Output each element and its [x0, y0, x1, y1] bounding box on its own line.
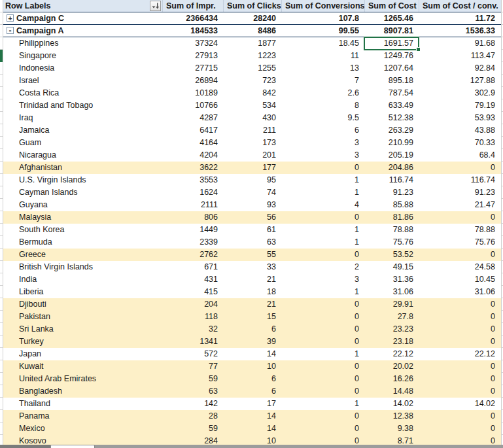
value-cell[interactable]: 11.72 — [419, 12, 501, 24]
value-cell[interactable]: 78.88 — [419, 224, 501, 236]
collapse-icon[interactable]: - — [7, 27, 14, 34]
value-cell[interactable]: 201 — [224, 149, 282, 162]
row-label-cell[interactable]: Sri Lanka — [3, 323, 163, 336]
value-cell[interactable]: 302.9 — [419, 87, 501, 99]
value-cell[interactable]: 8907.81 — [365, 25, 419, 37]
value-cell[interactable]: 0 — [419, 385, 501, 398]
value-cell[interactable]: 1624 — [163, 186, 224, 199]
value-cell[interactable]: 1 — [282, 236, 365, 249]
row-label-cell[interactable]: -Campaign A — [3, 25, 163, 37]
value-cell[interactable]: 29.91 — [365, 298, 419, 311]
value-cell[interactable]: 671 — [163, 261, 224, 273]
value-cell[interactable]: 1 — [282, 398, 365, 410]
row-label-cell[interactable]: Indonesia — [3, 62, 163, 75]
value-cell[interactable]: 3 — [282, 149, 365, 162]
row-label-cell[interactable]: Malaysia — [3, 211, 163, 224]
value-cell[interactable]: 184533 — [163, 25, 224, 37]
value-cell[interactable]: 26894 — [163, 75, 224, 87]
row-label-cell[interactable]: Afghanistan — [3, 162, 163, 174]
value-cell[interactable]: 173 — [224, 137, 282, 149]
value-cell[interactable]: 6 — [224, 323, 282, 336]
value-cell[interactable]: 11 — [282, 50, 365, 62]
value-cell[interactable]: 14 — [224, 348, 282, 360]
row-label-cell[interactable]: Jamaica — [3, 124, 163, 137]
value-cell[interactable]: 18 — [224, 286, 282, 298]
value-cell[interactable]: 430 — [224, 112, 282, 124]
value-cell[interactable]: 6 — [224, 385, 282, 398]
value-cell[interactable]: 0 — [282, 410, 365, 422]
value-cell[interactable]: 0 — [282, 422, 365, 435]
value-cell[interactable]: 0 — [282, 162, 365, 174]
value-cell[interactable]: 512.38 — [365, 112, 419, 124]
value-cell[interactable]: 2366434 — [163, 12, 224, 24]
value-cell[interactable]: 4 — [282, 199, 365, 211]
value-cell[interactable]: 22.12 — [419, 348, 501, 360]
value-cell[interactable]: 116.74 — [365, 174, 419, 186]
value-cell[interactable]: 1255 — [224, 62, 282, 75]
value-cell[interactable]: 32 — [163, 323, 224, 336]
value-cell[interactable]: 99.55 — [282, 25, 365, 37]
value-cell[interactable]: 534 — [224, 99, 282, 112]
value-cell[interactable]: 10 — [224, 360, 282, 373]
row-labels-header-cell[interactable]: Row Labels — [3, 0, 163, 12]
value-cell[interactable]: 15 — [224, 311, 282, 323]
value-cell[interactable]: 12.38 — [365, 410, 419, 422]
value-cell[interactable]: 10189 — [163, 87, 224, 99]
value-cell[interactable]: 633.49 — [365, 99, 419, 112]
value-cell[interactable]: 33 — [224, 261, 282, 273]
value-cell[interactable]: 78.88 — [365, 224, 419, 236]
value-cell[interactable]: 14.02 — [419, 398, 501, 410]
value-cell[interactable]: 4287 — [163, 112, 224, 124]
value-cell[interactable]: 14.48 — [365, 385, 419, 398]
row-label-cell[interactable]: British Virgin Islands — [3, 261, 163, 273]
value-cell[interactable]: 9.38 — [365, 422, 419, 435]
value-cell[interactable]: 0 — [419, 249, 501, 261]
value-cell[interactable]: 0 — [419, 211, 501, 224]
value-cell[interactable]: 1207.64 — [365, 62, 419, 75]
value-cell[interactable]: 7 — [282, 75, 365, 87]
value-cell[interactable]: 92.84 — [419, 62, 501, 75]
value-cell[interactable]: 14 — [224, 410, 282, 422]
value-cell[interactable]: 55 — [224, 249, 282, 261]
value-cell[interactable]: 0 — [419, 323, 501, 336]
value-cell[interactable]: 63 — [163, 385, 224, 398]
value-cell[interactable]: 787.54 — [365, 87, 419, 99]
row-label-cell[interactable]: Greece — [3, 249, 163, 261]
column-header[interactable]: Sum of Cost / conv. — [419, 0, 501, 12]
value-cell[interactable]: 53.93 — [419, 112, 501, 124]
value-cell[interactable]: 204.86 — [365, 162, 419, 174]
row-label-cell[interactable]: Kuwait — [3, 360, 163, 373]
row-label-cell[interactable]: Bermuda — [3, 236, 163, 249]
value-cell[interactable]: 28240 — [224, 12, 282, 24]
value-cell[interactable]: 6417 — [163, 124, 224, 137]
value-cell[interactable]: 56 — [224, 211, 282, 224]
row-label-cell[interactable]: Thailand — [3, 398, 163, 410]
value-cell[interactable]: 70.33 — [419, 137, 501, 149]
row-label-cell[interactable]: Liberia — [3, 286, 163, 298]
value-cell[interactable]: 10.45 — [419, 273, 501, 286]
value-cell[interactable]: 2.6 — [282, 87, 365, 99]
value-cell[interactable]: 0 — [419, 373, 501, 385]
row-label-cell[interactable]: Mexico — [3, 422, 163, 435]
value-cell[interactable]: 8 — [282, 99, 365, 112]
value-cell[interactable]: 806 — [163, 211, 224, 224]
value-cell[interactable]: 21 — [224, 273, 282, 286]
value-cell[interactable]: 1536.33 — [419, 25, 501, 37]
value-cell[interactable]: 1223 — [224, 50, 282, 62]
row-label-cell[interactable]: United Arab Emirates — [3, 373, 163, 385]
value-cell[interactable]: 1 — [282, 186, 365, 199]
value-cell[interactable]: 415 — [163, 286, 224, 298]
value-cell[interactable]: 431 — [163, 273, 224, 286]
value-cell[interactable]: 43.88 — [419, 124, 501, 137]
value-cell[interactable]: 27715 — [163, 62, 224, 75]
value-cell[interactable]: 49.15 — [365, 261, 419, 273]
value-cell[interactable]: 0 — [419, 162, 501, 174]
value-cell[interactable]: 118 — [163, 311, 224, 323]
value-cell[interactable]: 39 — [224, 336, 282, 348]
value-cell[interactable]: 6 — [224, 373, 282, 385]
value-cell[interactable]: 17 — [224, 398, 282, 410]
value-cell[interactable]: 0 — [419, 311, 501, 323]
row-label-cell[interactable]: Panama — [3, 410, 163, 422]
row-label-cell[interactable]: Singapore — [3, 50, 163, 62]
value-cell[interactable]: 3 — [282, 137, 365, 149]
